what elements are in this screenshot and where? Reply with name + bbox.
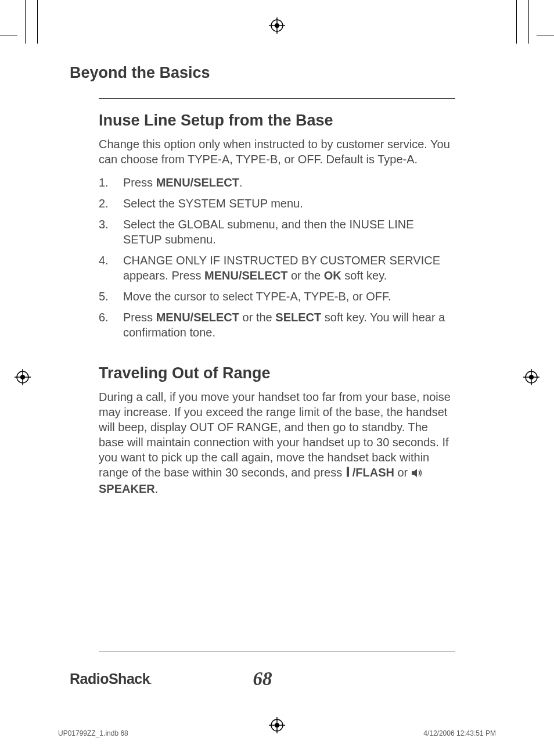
step-text: Move the cursor to select TYPE-A, TYPE-B… [123,289,455,304]
steps-list: 1. Press MENU/SELECT. 2. Select the SYST… [99,175,455,340]
print-timestamp: 4/12/2006 12:43:51 PM [423,729,496,737]
step-number: 3. [99,217,123,247]
print-file-info: UP01799ZZ_1.indb 68 [58,729,128,737]
step-text: CHANGE ONLY IF INSTRUCTED BY CUSTOMER SE… [123,253,455,283]
step-text: Select the GLOBAL submenu, and then the … [123,217,455,247]
step-number: 6. [99,310,123,340]
section-traveling-out-of-range: Traveling Out of Range During a call, if… [99,364,455,496]
intro-text: Change this option only when instructed … [99,137,455,167]
page-content: Beyond the Basics Inuse Line Setup from … [0,0,554,496]
section-title: Inuse Line Setup from the Base [99,112,455,130]
list-item: 6. Press MENU/SELECT or the SELECT soft … [99,310,455,340]
section-title: Traveling Out of Range [99,364,455,382]
crop-mark [25,0,26,44]
phone-icon [346,466,352,481]
footer: RadioShack. 68 [70,671,455,687]
print-metadata: UP01799ZZ_1.indb 68 4/12/2006 12:43:51 P… [58,729,496,737]
list-item: 4. CHANGE ONLY IF INSTRUCTED BY CUSTOMER… [99,253,455,283]
list-item: 2. Select the SYSTEM SETUP menu. [99,196,455,211]
list-item: 1. Press MENU/SELECT. [99,175,455,190]
step-number: 2. [99,196,123,211]
speaker-icon [411,466,423,481]
divider [99,98,455,99]
body-text: During a call, if you move your handset … [99,389,455,496]
crop-mark [516,0,517,44]
registration-mark-icon [15,369,31,388]
chapter-title: Beyond the Basics [70,64,455,82]
step-number: 5. [99,289,123,304]
step-text: Press MENU/SELECT or the SELECT soft key… [123,310,455,340]
crop-mark [0,35,17,35]
step-number: 1. [99,175,123,190]
list-item: 3. Select the GLOBAL submenu, and then t… [99,217,455,247]
registration-mark-icon [269,17,285,36]
footer-divider [99,651,455,651]
crop-mark [37,0,38,44]
list-item: 5. Move the cursor to select TYPE-A, TYP… [99,289,455,304]
brand-logo: RadioShack. [70,671,152,687]
step-number: 4. [99,253,123,283]
crop-mark [528,0,529,44]
step-text: Select the SYSTEM SETUP menu. [123,196,455,211]
section-inuse-line-setup: Inuse Line Setup from the Base Change th… [99,112,455,496]
step-text: Press MENU/SELECT. [123,175,455,190]
page-number: 68 [253,668,272,690]
registration-mark-icon [523,369,539,388]
crop-mark [537,35,554,35]
